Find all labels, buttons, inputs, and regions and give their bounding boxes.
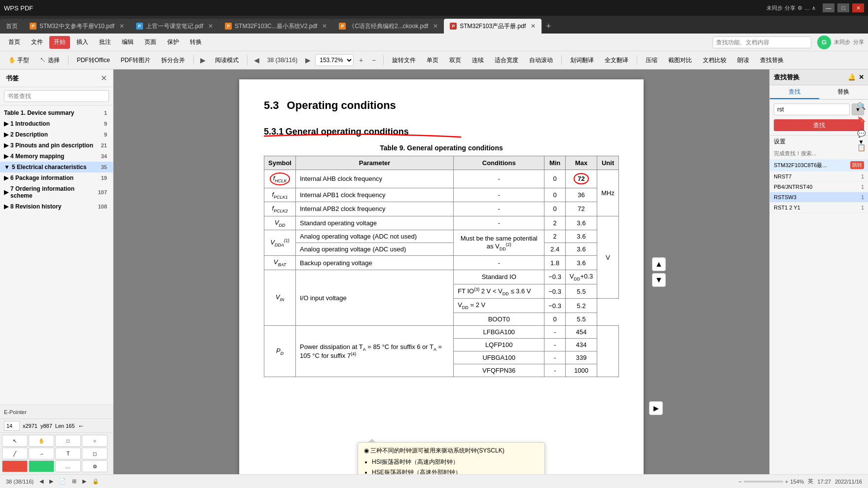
result-item-stm32-tag[interactable]: 跳转 (850, 161, 864, 169)
split-merge-btn[interactable]: 拆分合并 (157, 54, 189, 67)
next-page-btn[interactable]: ▶ (302, 55, 313, 66)
zoom-plus-btn[interactable]: + (785, 479, 788, 485)
sidebar-item-table1[interactable]: Table 1. Device summary 1 (0, 107, 113, 118)
draw-hand-btn[interactable]: ✋ (29, 435, 54, 447)
maximize-button[interactable]: □ (837, 3, 849, 12)
draw-line-btn[interactable]: ╱ (2, 448, 28, 459)
layers-icon[interactable]: 📋 (856, 142, 867, 153)
color-green-btn[interactable] (29, 460, 54, 472)
draw-text-btn[interactable]: T (55, 448, 81, 459)
zoom-slider[interactable] (744, 481, 783, 483)
compress-btn[interactable]: 压缩 (641, 54, 662, 67)
sidebar-item-elec[interactable]: ▼ 5 Electrical characteristics 35 (0, 162, 113, 173)
zoom-minus-btn[interactable]: − (738, 479, 741, 485)
sidebar-item-rev[interactable]: ▶ 8 Revision history 108 (0, 201, 113, 212)
sidebar-item-order[interactable]: ▶ 7 Ordering information scheme 107 (0, 183, 113, 201)
tab-stm32product-close[interactable]: ✕ (531, 23, 536, 30)
prev-page-btn[interactable]: ◀ (252, 55, 262, 66)
sidebar-item-intro[interactable]: ▶ 1 Introduction 9 (0, 118, 113, 129)
file-compare-btn[interactable]: 文档比较 (698, 54, 731, 67)
draw-ellipse-btn[interactable]: ○ (82, 435, 108, 447)
rotate-file-btn[interactable]: 旋转文件 (388, 54, 420, 67)
coord-size1-input[interactable] (4, 421, 20, 431)
draw-more-btn[interactable]: … (55, 460, 81, 472)
continuous-btn[interactable]: 连续 (468, 54, 488, 67)
draw-arrow-btn[interactable]: → (29, 448, 54, 459)
fit-width-btn[interactable]: 适合宽度 (490, 54, 523, 67)
sidebar-close-btn[interactable]: ✕ (101, 73, 107, 83)
hand-tool-btn[interactable]: ✋ 手型 (4, 54, 34, 67)
result-item-pb4[interactable]: PB4/JNTRST40 1 (770, 182, 868, 192)
collapse-sidebar-btn[interactable]: ← (78, 422, 85, 430)
zoom-out-btn[interactable]: − (368, 55, 379, 66)
new-tab-button[interactable]: + (542, 19, 555, 34)
draw-erase-btn[interactable]: ◻ (82, 448, 108, 459)
convert-btn[interactable]: 转换 (185, 36, 206, 49)
right-panel-bell-icon[interactable]: 🔔 (848, 73, 856, 81)
sidebar-item-mem[interactable]: ▶ 4 Memory mapping 34 (0, 151, 113, 162)
search-sidebar-icon[interactable]: 🔍 (856, 101, 867, 111)
start-btn[interactable]: 开始 (49, 36, 70, 49)
rpanel-tab-replace[interactable]: 替换 (819, 85, 868, 99)
single-page-btn[interactable]: 单页 (422, 54, 443, 67)
tab-stm32ref[interactable]: P STM32中文参考手册V10.pdf ✕ (24, 19, 130, 34)
sidebar-item-desc[interactable]: ▶ 2 Description 9 (0, 129, 113, 140)
translate-btn[interactable]: 划词翻译 (566, 54, 598, 67)
coord-x: x2971 (23, 423, 37, 429)
sidebar-search-input[interactable] (4, 90, 109, 102)
draw-rect-btn[interactable]: □ (55, 435, 81, 447)
rpanel-tab-find[interactable]: 查找 (770, 85, 819, 99)
page-menu-btn[interactable]: 页面 (140, 36, 161, 49)
full-translate-btn[interactable]: 全文翻译 (600, 54, 633, 67)
read-mode-btn[interactable]: 阅读模式 (211, 54, 243, 67)
chat-icon[interactable]: 💬 (856, 128, 867, 139)
auto-scroll-btn[interactable]: 自动滚动 (525, 54, 557, 67)
draw-settings-btn[interactable]: ⚙ (82, 460, 108, 472)
status-nav-next[interactable]: ▶ (49, 478, 53, 485)
minimize-button[interactable]: — (823, 3, 834, 12)
sidebar-item-pkg[interactable]: ▶ 6 Package information 19 (0, 173, 113, 183)
play-btn[interactable]: ▶ (198, 55, 209, 66)
find-input[interactable] (774, 104, 850, 115)
nav-up-btn[interactable]: ▲ (652, 257, 666, 271)
tab-notes-close[interactable]: ✕ (208, 23, 213, 30)
bookmark-icon[interactable]: 🔖 (856, 114, 867, 125)
select-tool-btn[interactable]: ↖ 选择 (36, 54, 64, 67)
result-item-rst1[interactable]: RST1 2 Y1 1 (770, 203, 868, 213)
tab-stm32ref-close[interactable]: ✕ (119, 23, 124, 30)
annotate-btn[interactable]: 批注 (95, 36, 115, 49)
double-page-btn[interactable]: 双页 (445, 54, 466, 67)
sidebar-item-pins[interactable]: ▶ 3 Pinouts and pin description 21 (0, 140, 113, 151)
status-nav-prev[interactable]: ◀ (39, 478, 43, 485)
tab-clang[interactable]: P 《C语言经典编程2...ckook.pdf ✕ (333, 19, 444, 34)
tab-schematic-close[interactable]: ✕ (322, 23, 327, 30)
find-btn[interactable]: 查找 (774, 119, 864, 131)
file-menu-btn[interactable]: 文件 (27, 36, 47, 49)
nav-right-btn[interactable]: ▶ (649, 401, 663, 415)
result-item-nrst7[interactable]: NRST7 1 (770, 172, 868, 182)
result-item-stm32[interactable]: STM32F103C8T6最... 跳转 (770, 159, 868, 172)
right-panel-close-icon[interactable]: ✕ (859, 73, 864, 81)
close-button[interactable]: ✕ (852, 3, 864, 12)
zoom-in-btn[interactable]: + (356, 55, 366, 66)
edit-menu-btn[interactable]: 编辑 (117, 36, 138, 49)
protect-btn[interactable]: 保护 (163, 36, 183, 49)
result-item-rstsw3[interactable]: RSTSW3 1 (770, 192, 868, 203)
find-replace-btn[interactable]: 查找替换 (756, 54, 788, 67)
zoom-selector[interactable]: 153.72% 100% 150% 200% (315, 54, 354, 66)
color-red-btn[interactable] (2, 460, 28, 472)
tab-clang-close[interactable]: ✕ (433, 23, 438, 30)
tab-notes[interactable]: P 上官一号课堂笔记.pdf ✕ (130, 19, 219, 34)
tab-home[interactable]: 首页 (0, 19, 24, 34)
tab-schematic[interactable]: P STM32F103C...最小系统V2.pdf ✕ (219, 19, 333, 34)
nav-down-btn[interactable]: ▼ (652, 273, 666, 287)
insert-btn[interactable]: 插入 (72, 36, 93, 49)
proofread-btn[interactable]: 朗读 (733, 54, 754, 67)
home-menu-btn[interactable]: 首页 (4, 36, 25, 49)
draw-select-btn[interactable]: ↖ (2, 435, 28, 447)
search-toolbar-input[interactable] (713, 36, 811, 48)
pdf-to-img-btn[interactable]: PDF转图片 (116, 54, 155, 67)
crop-compare-btn[interactable]: 截图对比 (664, 54, 696, 67)
pdf-to-office-btn[interactable]: PDF转Office (72, 54, 114, 67)
tab-stm32product[interactable]: P STM32F103产品手册.pdf ✕ (444, 19, 542, 34)
